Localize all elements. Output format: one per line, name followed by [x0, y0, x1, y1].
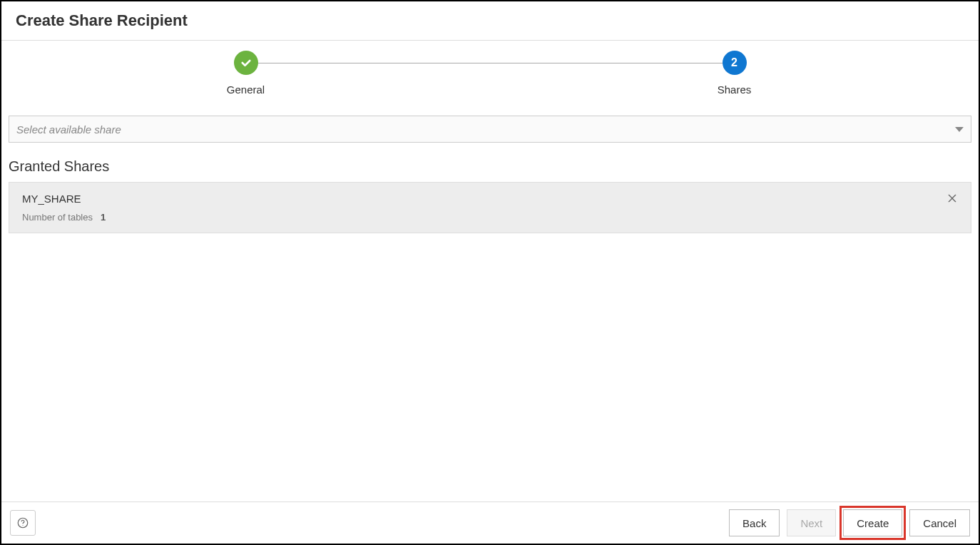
check-icon — [234, 51, 258, 75]
stepper: General 2 Shares — [1, 41, 979, 108]
footer: Back Next Create Cancel — [1, 501, 979, 544]
cancel-button[interactable]: Cancel — [909, 509, 970, 536]
remove-share-button[interactable] — [946, 193, 958, 207]
select-placeholder: Select available share — [16, 123, 955, 136]
share-table-count: 1 — [101, 212, 106, 223]
step-label-general: General — [227, 83, 265, 96]
back-button[interactable]: Back — [729, 509, 780, 536]
step-shares[interactable]: 2 Shares — [490, 51, 979, 96]
step-number-icon: 2 — [723, 51, 747, 75]
step-general[interactable]: General — [1, 51, 490, 96]
share-sublabel: Number of tables — [22, 212, 93, 223]
select-share-dropdown[interactable]: Select available share — [9, 116, 971, 143]
stepper-line — [246, 63, 735, 63]
share-subtext: Number of tables 1 — [22, 212, 946, 223]
help-button[interactable] — [10, 510, 36, 536]
svg-point-3 — [22, 525, 23, 526]
chevron-down-icon — [955, 127, 964, 132]
content-area: Select available share Granted Shares MY… — [1, 108, 979, 501]
granted-share-card: MY_SHARE Number of tables 1 — [9, 182, 971, 233]
next-button: Next — [787, 509, 836, 536]
page-title: Create Share Recipient — [1, 1, 979, 40]
share-info: MY_SHARE Number of tables 1 — [22, 193, 946, 223]
step-label-shares: Shares — [718, 83, 752, 96]
share-name: MY_SHARE — [22, 193, 946, 205]
granted-shares-title: Granted Shares — [9, 158, 971, 175]
create-button[interactable]: Create — [843, 509, 902, 536]
